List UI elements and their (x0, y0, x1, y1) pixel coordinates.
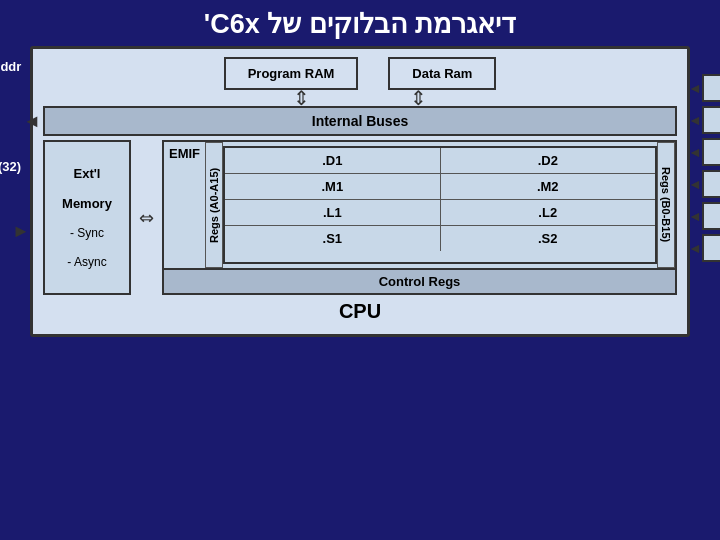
emif-registers-row: EMIF Regs (A0-A15) .D1 .D2 (164, 142, 675, 268)
emif-left-arrow: ⇔ (139, 140, 154, 295)
boot-load-label: ◄ Boot Load (702, 170, 720, 198)
register-grid: .D1 .D2 .M1 .M2 .L1 .L2 (223, 146, 657, 264)
timers-label: ◄ Timers (702, 202, 720, 230)
reg-row-4: .S1 .S2 (225, 226, 655, 251)
reg-row-3: .L1 .L2 (225, 200, 655, 226)
reg-l1: .L1 (225, 200, 440, 225)
d32-label: D (32) (0, 159, 21, 174)
right-panel: ◄ DMA ◄ Serial Port ◄ Host Port ◄ Boot L… (702, 74, 720, 262)
diagram-container: Addr D (32) Program RAM Data Ram ⇕ ⇕ Int… (30, 46, 690, 337)
regs-a-label: Regs (A0-A15) (205, 142, 223, 268)
dma-label: ◄ DMA (702, 74, 720, 102)
page-title: דיאגרמת הבלוקים של C6x' (0, 0, 720, 46)
emif-label: EMIF (164, 142, 205, 165)
left-side-arrow: ► (12, 221, 30, 242)
pwr-down-label: ◄ Pwr Down (702, 234, 720, 262)
reg-row-1: .D1 .D2 (225, 148, 655, 174)
control-regs-bar: Control Regs (164, 268, 675, 293)
main-box: Addr D (32) Program RAM Data Ram ⇕ ⇕ Int… (30, 46, 690, 337)
ext-memory-box: Ext'l Memory - Sync - Async (43, 140, 131, 295)
reg-l2: .L2 (441, 200, 655, 225)
serial-port-label: ◄ Serial Port (702, 106, 720, 134)
internal-buses-bar: Internal Buses ◄ (43, 106, 677, 136)
reg-s1: .S1 (225, 226, 440, 251)
reg-d2: .D2 (441, 148, 655, 173)
reg-d1: .D1 (225, 148, 440, 173)
bus-left-arrow: ◄ (23, 111, 41, 132)
reg-row-2: .M1 .M2 (225, 174, 655, 200)
data-ram-box: Data Ram (388, 57, 496, 90)
ram-arrows: ⇕ ⇕ (43, 90, 677, 106)
cpu-inner-box: EMIF Regs (A0-A15) .D1 .D2 (162, 140, 677, 295)
reg-m1: .M1 (225, 174, 440, 199)
middle-section: Ext'l Memory - Sync - Async ⇔ EMIF (43, 140, 677, 295)
host-port-label: ◄ Host Port (702, 138, 720, 166)
program-ram-box: Program RAM (224, 57, 359, 90)
reg-s2: .S2 (441, 226, 655, 251)
regs-b-label: Regs (B0-B15) (657, 142, 675, 268)
cpu-label: CPU (43, 295, 677, 328)
addr-label: Addr (0, 59, 21, 74)
ram-row: Program RAM Data Ram (43, 57, 677, 90)
reg-m2: .M2 (441, 174, 655, 199)
